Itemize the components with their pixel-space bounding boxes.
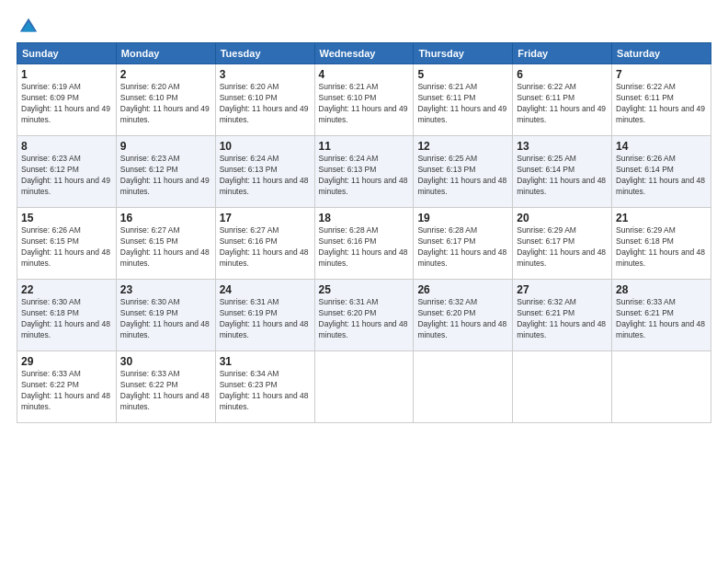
calendar-table: SundayMondayTuesdayWednesdayThursdayFrid… [17,42,711,423]
day-number: 12 [417,140,508,153]
day-info: Sunrise: 6:32 AMSunset: 6:21 PMDaylight:… [517,297,608,341]
day-info: Sunrise: 6:33 AMSunset: 6:22 PMDaylight:… [21,369,112,413]
day-number: 8 [21,140,112,153]
day-number: 18 [319,212,410,224]
day-number: 19 [417,212,508,224]
day-info: Sunrise: 6:24 AMSunset: 6:13 PMDaylight:… [220,154,311,198]
day-number: 29 [21,355,112,368]
calendar-day-cell: 23Sunrise: 6:30 AMSunset: 6:19 PMDayligh… [116,280,215,351]
calendar-day-cell: 22Sunrise: 6:30 AMSunset: 6:18 PMDayligh… [17,280,117,351]
day-number: 26 [417,283,508,296]
day-info: Sunrise: 6:19 AMSunset: 6:09 PMDaylight:… [21,82,112,126]
calendar-day-cell: 21Sunrise: 6:29 AMSunset: 6:18 PMDayligh… [612,208,711,280]
calendar-day-cell: 12Sunrise: 6:25 AMSunset: 6:13 PMDayligh… [414,136,513,208]
day-info: Sunrise: 6:30 AMSunset: 6:19 PMDaylight:… [120,297,211,341]
calendar-body: 1Sunrise: 6:19 AMSunset: 6:09 PMDaylight… [17,64,711,423]
day-info: Sunrise: 6:22 AMSunset: 6:11 PMDaylight:… [517,82,608,126]
day-number: 4 [319,68,410,81]
day-number: 2 [120,68,211,81]
weekday-header-thursday: Thursday [414,43,513,64]
day-number: 23 [120,283,211,296]
day-number: 9 [120,140,211,153]
day-number: 31 [220,355,311,368]
day-info: Sunrise: 6:27 AMSunset: 6:15 PMDaylight:… [120,225,211,270]
calendar-week-row: 1Sunrise: 6:19 AMSunset: 6:09 PMDaylight… [17,64,711,136]
calendar-day-cell: 30Sunrise: 6:33 AMSunset: 6:22 PMDayligh… [116,351,215,423]
day-number: 24 [220,283,311,296]
day-info: Sunrise: 6:24 AMSunset: 6:13 PMDaylight:… [319,154,410,198]
calendar-week-row: 22Sunrise: 6:30 AMSunset: 6:18 PMDayligh… [17,280,711,351]
calendar-day-cell: 7Sunrise: 6:22 AMSunset: 6:11 PMDaylight… [612,64,711,136]
day-info: Sunrise: 6:22 AMSunset: 6:11 PMDaylight:… [616,82,707,126]
calendar-day-cell: 25Sunrise: 6:31 AMSunset: 6:20 PMDayligh… [314,280,414,351]
day-info: Sunrise: 6:28 AMSunset: 6:16 PMDaylight:… [319,225,410,270]
calendar-day-cell: 5Sunrise: 6:21 AMSunset: 6:11 PMDaylight… [414,64,513,136]
calendar-day-cell: 17Sunrise: 6:27 AMSunset: 6:16 PMDayligh… [215,208,314,280]
day-info: Sunrise: 6:32 AMSunset: 6:20 PMDaylight:… [417,297,508,341]
calendar-week-row: 29Sunrise: 6:33 AMSunset: 6:22 PMDayligh… [17,351,711,423]
day-info: Sunrise: 6:30 AMSunset: 6:18 PMDaylight:… [21,297,112,341]
day-info: Sunrise: 6:34 AMSunset: 6:23 PMDaylight:… [220,369,311,413]
empty-cell [314,351,414,423]
weekday-header-wednesday: Wednesday [314,43,414,64]
day-number: 30 [120,355,211,368]
calendar-day-cell: 24Sunrise: 6:31 AMSunset: 6:19 PMDayligh… [215,280,314,351]
day-number: 21 [616,212,707,224]
calendar-day-cell: 10Sunrise: 6:24 AMSunset: 6:13 PMDayligh… [215,136,314,208]
weekday-header-tuesday: Tuesday [215,43,314,64]
day-info: Sunrise: 6:25 AMSunset: 6:13 PMDaylight:… [417,154,508,198]
day-number: 28 [616,283,707,296]
empty-cell [513,351,612,423]
day-number: 5 [417,68,508,81]
calendar-day-cell: 13Sunrise: 6:25 AMSunset: 6:14 PMDayligh… [513,136,612,208]
weekday-header-saturday: Saturday [612,43,711,64]
day-number: 1 [21,68,112,81]
calendar-day-cell: 15Sunrise: 6:26 AMSunset: 6:15 PMDayligh… [17,208,117,280]
day-info: Sunrise: 6:21 AMSunset: 6:10 PMDaylight:… [319,82,410,126]
calendar-day-cell: 16Sunrise: 6:27 AMSunset: 6:15 PMDayligh… [116,208,215,280]
day-number: 27 [517,283,608,296]
day-number: 11 [319,140,410,153]
day-info: Sunrise: 6:26 AMSunset: 6:14 PMDaylight:… [616,154,707,198]
day-info: Sunrise: 6:27 AMSunset: 6:16 PMDaylight:… [220,225,311,270]
day-number: 25 [319,283,410,296]
calendar-day-cell: 8Sunrise: 6:23 AMSunset: 6:12 PMDaylight… [17,136,117,208]
weekday-header-monday: Monday [116,43,215,64]
calendar-day-cell: 4Sunrise: 6:21 AMSunset: 6:10 PMDaylight… [314,64,414,136]
day-info: Sunrise: 6:20 AMSunset: 6:10 PMDaylight:… [120,82,211,126]
calendar-day-cell: 6Sunrise: 6:22 AMSunset: 6:11 PMDaylight… [513,64,612,136]
day-number: 17 [220,212,311,224]
calendar-day-cell: 14Sunrise: 6:26 AMSunset: 6:14 PMDayligh… [612,136,711,208]
calendar-day-cell: 20Sunrise: 6:29 AMSunset: 6:17 PMDayligh… [513,208,612,280]
weekday-header-sunday: Sunday [17,43,117,64]
calendar-header-row: SundayMondayTuesdayWednesdayThursdayFrid… [17,43,711,64]
day-info: Sunrise: 6:25 AMSunset: 6:14 PMDaylight:… [517,154,608,198]
day-info: Sunrise: 6:23 AMSunset: 6:12 PMDaylight:… [120,154,211,198]
day-info: Sunrise: 6:20 AMSunset: 6:10 PMDaylight:… [220,82,311,126]
day-info: Sunrise: 6:28 AMSunset: 6:17 PMDaylight:… [417,225,508,270]
day-info: Sunrise: 6:31 AMSunset: 6:19 PMDaylight:… [220,297,311,341]
calendar-day-cell: 18Sunrise: 6:28 AMSunset: 6:16 PMDayligh… [314,208,414,280]
empty-cell [612,351,711,423]
logo [17,17,39,33]
calendar-day-cell: 28Sunrise: 6:33 AMSunset: 6:21 PMDayligh… [612,280,711,351]
calendar-day-cell: 3Sunrise: 6:20 AMSunset: 6:10 PMDaylight… [215,64,314,136]
calendar-day-cell: 26Sunrise: 6:32 AMSunset: 6:20 PMDayligh… [414,280,513,351]
logo-icon [18,17,39,37]
day-number: 7 [616,68,707,81]
day-number: 20 [517,212,608,224]
day-info: Sunrise: 6:33 AMSunset: 6:22 PMDaylight:… [120,369,211,413]
calendar-day-cell: 2Sunrise: 6:20 AMSunset: 6:10 PMDaylight… [116,64,215,136]
day-info: Sunrise: 6:29 AMSunset: 6:18 PMDaylight:… [616,225,707,270]
day-info: Sunrise: 6:26 AMSunset: 6:15 PMDaylight:… [21,225,112,270]
day-number: 13 [517,140,608,153]
day-info: Sunrise: 6:21 AMSunset: 6:11 PMDaylight:… [417,82,508,126]
calendar-day-cell: 9Sunrise: 6:23 AMSunset: 6:12 PMDaylight… [116,136,215,208]
calendar-day-cell: 27Sunrise: 6:32 AMSunset: 6:21 PMDayligh… [513,280,612,351]
day-number: 10 [220,140,311,153]
calendar-day-cell: 11Sunrise: 6:24 AMSunset: 6:13 PMDayligh… [314,136,414,208]
weekday-header-friday: Friday [513,43,612,64]
calendar-day-cell: 29Sunrise: 6:33 AMSunset: 6:22 PMDayligh… [17,351,117,423]
page: SundayMondayTuesdayWednesdayThursdayFrid… [0,0,728,563]
day-info: Sunrise: 6:33 AMSunset: 6:21 PMDaylight:… [616,297,707,341]
